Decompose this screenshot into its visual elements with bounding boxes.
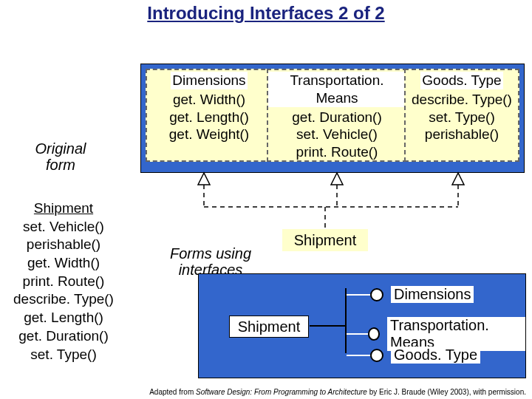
footnote-post: by Eric J. Braude (Wiley 2003), with per… (367, 388, 526, 396)
method: get. Length() (147, 109, 271, 126)
interface-name: Dimensions (171, 72, 247, 89)
method: get. Width() (1, 254, 126, 273)
shipment-lollipop-box: Shipment (229, 316, 309, 338)
lollipop-circle-icon (368, 327, 381, 341)
method: perishable() (406, 126, 518, 143)
svg-marker-0 (198, 173, 210, 185)
caption-original: Original form (24, 140, 98, 173)
lollipop-circle-icon (370, 288, 383, 301)
lollipop-label: Dimensions (391, 286, 474, 303)
method: set. Vehicle() (268, 126, 406, 143)
lollipop-dimensions: Dimensions (347, 286, 474, 303)
shipment-original: Shipment set. Vehicle() perishable() get… (1, 200, 126, 364)
method: set. Type() (406, 109, 518, 126)
method: perishable() (1, 236, 126, 254)
method: describe. Type() (406, 91, 518, 109)
lollipop-line (347, 355, 372, 356)
svg-marker-1 (331, 173, 343, 185)
interface-goodstype: Goods. Type describe. Type() set. Type()… (404, 69, 519, 162)
method: get. Length() (1, 309, 126, 327)
method: get. Duration() (1, 327, 126, 346)
lollipop-line (347, 333, 369, 335)
footnote: Adapted from Software Design: From Progr… (149, 388, 526, 396)
lollipop-line (347, 294, 372, 296)
interface-methods: get. Duration() set. Vehicle() print. Ro… (268, 109, 406, 161)
method: print. Route() (1, 273, 126, 291)
lollipop-goodstype: Goods. Type (347, 347, 480, 364)
method: get. Weight() (147, 126, 271, 143)
method: set. Vehicle() (1, 218, 126, 236)
method: get. Duration() (268, 109, 406, 126)
lollipop-circle-icon (370, 349, 383, 362)
page-title: Introducing Interfaces 2 of 2 (0, 0, 532, 24)
interface-methods: describe. Type() set. Type() perishable(… (406, 91, 518, 143)
lollipop-label: Goods. Type (391, 347, 480, 364)
interface-transportation: Transportation. Means get. Duration() se… (267, 69, 407, 162)
shipment-interfaces-box: Shipment (282, 229, 368, 251)
interface-name: Transportation. Means (268, 72, 406, 107)
interface-dimensions: Dimensions get. Width() get. Length() ge… (146, 69, 273, 162)
interfaces-container: Dimensions get. Width() get. Length() ge… (140, 64, 525, 173)
method: describe. Type() (1, 290, 126, 309)
interface-methods: get. Width() get. Length() get. Weight() (147, 91, 271, 143)
method: print. Route() (268, 143, 406, 161)
method: get. Width() (147, 91, 271, 109)
footnote-pre: Adapted from (149, 388, 196, 396)
footnote-title: Software Design: From Programming to Arc… (196, 388, 367, 396)
class-name: Shipment (1, 200, 126, 218)
interface-name: Goods. Type (420, 72, 502, 89)
method: set. Type() (1, 346, 126, 364)
svg-marker-2 (452, 173, 464, 185)
